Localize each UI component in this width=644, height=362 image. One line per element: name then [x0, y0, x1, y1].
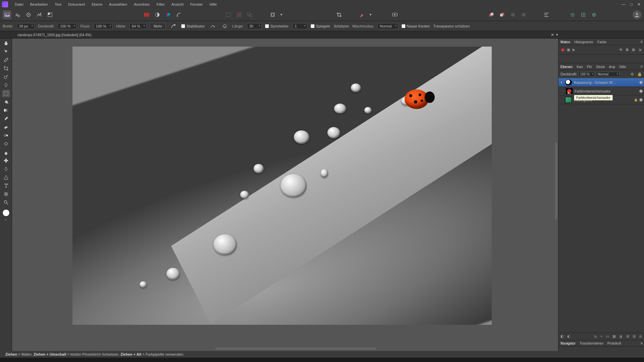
- quickmask-button[interactable]: [268, 10, 277, 19]
- visibility-icon[interactable]: [639, 89, 643, 93]
- colorpicker-tool[interactable]: [2, 56, 10, 64]
- flow-combo[interactable]: 100 %: [94, 23, 113, 29]
- document-tabs-menu-icon[interactable]: ▾: [556, 33, 558, 37]
- dodge-tool[interactable]: [2, 140, 10, 147]
- autolevels-button[interactable]: [153, 10, 162, 19]
- stabilizer-check[interactable]: Stabilisator: [181, 24, 205, 28]
- window-mode-icon[interactable]: [220, 22, 229, 31]
- layer-row-adjustment[interactable]: ▾ Anpassung - Schwarz-W…: [558, 78, 644, 87]
- vertical-scrollbar[interactable]: [555, 142, 557, 220]
- menu-text[interactable]: Text: [51, 1, 65, 8]
- layer-name[interactable]: Anpassung - Schwarz-W…: [574, 80, 637, 84]
- selection-brush-tool[interactable]: [2, 73, 10, 80]
- arrange-forward-button[interactable]: [508, 10, 517, 19]
- heal-tool[interactable]: [2, 157, 10, 164]
- canvas-viewport[interactable]: [12, 39, 558, 351]
- panel-menu-icon[interactable]: ≡: [641, 64, 643, 68]
- persona-export-button[interactable]: [46, 10, 54, 19]
- fill-tool[interactable]: [2, 98, 10, 106]
- visibility-icon[interactable]: [639, 81, 643, 84]
- clone-tool[interactable]: [2, 132, 10, 139]
- hand-tool[interactable]: [2, 40, 10, 47]
- rope-mode-icon[interactable]: [208, 22, 217, 31]
- persona-liquify-button[interactable]: [13, 10, 22, 19]
- fx-icon[interactable]: fx: [594, 335, 597, 339]
- opacity-combo[interactable]: 100 %: [58, 23, 77, 29]
- assistant-button[interactable]: [358, 10, 366, 19]
- hardness-combo[interactable]: 64 %: [129, 23, 147, 29]
- menu-ebene[interactable]: Ebene: [88, 1, 106, 8]
- layer-thumb[interactable]: [565, 97, 572, 103]
- mirror-check[interactable]: Spiegeln: [311, 24, 330, 28]
- autocolor-button[interactable]: [164, 10, 172, 19]
- menu-auswaehlen[interactable]: Auswählen: [106, 1, 130, 8]
- more1-icon[interactable]: ⊞: [626, 334, 629, 339]
- canvas[interactable]: [72, 47, 492, 325]
- arrange-backward-button[interactable]: [519, 10, 528, 19]
- length-combo[interactable]: 35: [247, 23, 262, 29]
- minimize-button[interactable]: —: [622, 2, 626, 7]
- close-button[interactable]: ✕: [637, 2, 641, 7]
- arrange-front-button[interactable]: [487, 10, 496, 19]
- gradient-tool[interactable]: [2, 107, 10, 114]
- tab-transform[interactable]: Transformieren: [580, 341, 603, 345]
- quickmask-dropdown[interactable]: ▾: [279, 10, 284, 19]
- expand-icon[interactable]: ▾: [560, 81, 563, 84]
- persona-photo-button[interactable]: [3, 10, 11, 19]
- menu-anordnen[interactable]: Anordnen: [130, 1, 153, 8]
- menu-ansicht[interactable]: Ansicht: [168, 1, 187, 8]
- layer-blend-combo[interactable]: Normal: [596, 72, 620, 77]
- flood-select-tool[interactable]: [2, 81, 10, 89]
- macro-add-icon[interactable]: ⊞: [632, 48, 635, 52]
- symmetry-check[interactable]: Symmetrie:: [265, 24, 289, 28]
- layer-row-huemask[interactable]: Farbtonbereichsmaske: [558, 87, 644, 96]
- macro-export-icon[interactable]: ⇲: [638, 48, 641, 52]
- snap-button[interactable]: [568, 10, 577, 19]
- pen-tool[interactable]: [2, 165, 10, 173]
- preview-button[interactable]: [390, 10, 399, 19]
- delete-icon[interactable]: 🗑: [619, 335, 623, 339]
- text-tool[interactable]: [2, 182, 10, 189]
- erase-tool[interactable]: [2, 123, 10, 131]
- tab-histogramm[interactable]: Histogramm: [574, 40, 593, 44]
- addpixel-icon[interactable]: ▦: [612, 334, 616, 339]
- maximize-button[interactable]: □: [630, 2, 633, 7]
- layer-lock-icon[interactable]: 🔒: [637, 72, 642, 76]
- tab-stock[interactable]: Stock: [596, 65, 605, 69]
- width-combo[interactable]: 28 px: [17, 23, 35, 29]
- persona-develop-button[interactable]: [24, 10, 33, 19]
- tab-pinsel[interactable]: Pin: [587, 65, 592, 69]
- document-close-icon[interactable]: ✕: [551, 33, 554, 37]
- menu-dokument[interactable]: Dokument: [65, 1, 88, 8]
- assistant-dropdown[interactable]: ▾: [368, 10, 373, 19]
- tab-history[interactable]: Protokoll: [607, 341, 621, 345]
- autocontrast-button[interactable]: [174, 10, 183, 19]
- tab-farbe[interactable]: Farbe: [597, 40, 606, 44]
- persona-tonemap-button[interactable]: [35, 10, 44, 19]
- menu-datei[interactable]: Datei: [11, 1, 27, 8]
- group-icon[interactable]: ▭: [606, 334, 609, 339]
- macro-reset-icon[interactable]: ⟲: [619, 48, 622, 52]
- panel-menu-icon[interactable]: ≡: [641, 40, 643, 44]
- more-button[interactable]: Mehr: [150, 23, 166, 29]
- zoom-tool[interactable]: [2, 199, 10, 206]
- panel-menu-icon[interactable]: ≡: [641, 341, 643, 345]
- more2-icon[interactable]: ⊞: [633, 334, 636, 339]
- pressure-size-icon[interactable]: [169, 22, 178, 31]
- adjust-icon[interactable]: ◐: [567, 334, 571, 339]
- swap-colors-icon[interactable]: ▾: [5, 218, 7, 222]
- protect-alpha-button[interactable]: Transparenz schützen: [433, 24, 470, 28]
- tab-kanaele[interactable]: Kan: [577, 65, 583, 69]
- layer-opacity-combo[interactable]: 100 %: [579, 72, 595, 77]
- snap2-button[interactable]: [579, 10, 588, 19]
- layer-name[interactable]: Farbtonbereichsmaske: [575, 89, 637, 93]
- menu-filter[interactable]: Filter: [153, 1, 168, 8]
- lock-icon[interactable]: 🔒: [634, 98, 637, 102]
- macro-record-icon[interactable]: [561, 48, 565, 52]
- tab-anpassen[interactable]: Anp: [609, 65, 615, 69]
- move-tool[interactable]: [2, 48, 10, 55]
- menu-bearbeiten[interactable]: Bearbeiten: [27, 1, 51, 8]
- crop-button[interactable]: [335, 10, 343, 19]
- wetedges-check[interactable]: Nasse Kanten: [401, 24, 430, 28]
- swatch-red-button[interactable]: [142, 10, 151, 19]
